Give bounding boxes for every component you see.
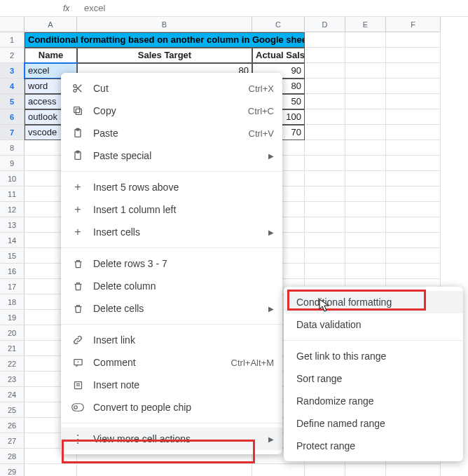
- cell[interactable]: [252, 464, 305, 476]
- cell[interactable]: [386, 186, 441, 202]
- menu-insert-rows[interactable]: + Insert 5 rows above: [61, 176, 282, 198]
- row-header-19[interactable]: 19: [0, 310, 25, 325]
- cell[interactable]: [345, 186, 386, 202]
- cell[interactable]: [386, 140, 441, 156]
- col-header-A[interactable]: A: [25, 17, 77, 32]
- row-header-1[interactable]: 1: [0, 32, 25, 48]
- row-header-27[interactable]: 27: [0, 433, 25, 449]
- menu-insert-column[interactable]: + Insert 1 column left: [61, 198, 282, 221]
- submenu-data-validation[interactable]: Data validation: [284, 313, 463, 336]
- row-header-15[interactable]: 15: [0, 248, 25, 264]
- row-header-12[interactable]: 12: [0, 202, 25, 217]
- cell[interactable]: [345, 171, 386, 186]
- header-name[interactable]: Name: [25, 48, 77, 63]
- cell[interactable]: [305, 125, 345, 140]
- submenu-protect-range[interactable]: Protect range: [284, 435, 463, 457]
- formula-value[interactable]: excel: [77, 3, 105, 13]
- row-header-22[interactable]: 22: [0, 356, 25, 372]
- menu-people-chip[interactable]: Convert to people chip: [61, 396, 282, 419]
- row-header-28[interactable]: 28: [0, 449, 25, 464]
- cell[interactable]: [305, 48, 345, 63]
- header-actual[interactable]: Actual Salse: [252, 48, 305, 63]
- row-header-24[interactable]: 24: [0, 387, 25, 402]
- cell[interactable]: [77, 464, 252, 476]
- col-header-B[interactable]: B: [77, 17, 252, 32]
- submenu-get-link[interactable]: Get link to this range: [284, 345, 463, 367]
- row-header-3[interactable]: 3: [0, 63, 25, 79]
- cell[interactable]: [345, 202, 386, 217]
- menu-view-more[interactable]: ⋮ View more cell actions ▶: [61, 428, 282, 450]
- cell[interactable]: [345, 217, 386, 233]
- menu-delete-rows[interactable]: Delete rows 3 - 7: [61, 252, 282, 275]
- cell[interactable]: [345, 464, 386, 476]
- cell[interactable]: [305, 79, 345, 94]
- row-header-25[interactable]: 25: [0, 402, 25, 418]
- cell[interactable]: [305, 171, 345, 186]
- row-header-16[interactable]: 16: [0, 264, 25, 279]
- cell[interactable]: [305, 94, 345, 109]
- row-header-18[interactable]: 18: [0, 294, 25, 310]
- cell[interactable]: [386, 156, 441, 171]
- submenu-named-range[interactable]: Define named range: [284, 412, 463, 435]
- cell[interactable]: [345, 109, 386, 125]
- menu-delete-column[interactable]: Delete column: [61, 275, 282, 297]
- submenu-conditional-formatting[interactable]: Conditional formatting: [284, 291, 463, 313]
- row-header-17[interactable]: 17: [0, 279, 25, 294]
- menu-copy[interactable]: Copy Ctrl+C: [61, 100, 282, 122]
- menu-paste[interactable]: Paste Ctrl+V: [61, 122, 282, 144]
- cell[interactable]: [386, 464, 441, 476]
- cell[interactable]: [305, 264, 345, 279]
- menu-insert-link[interactable]: Insert link: [61, 329, 282, 351]
- row-header-10[interactable]: 10: [0, 171, 25, 186]
- cell[interactable]: [386, 248, 441, 264]
- row-header-23[interactable]: 23: [0, 372, 25, 387]
- menu-delete-cells[interactable]: Delete cells ▶: [61, 297, 282, 320]
- menu-insert-cells[interactable]: + Insert cells ▶: [61, 221, 282, 243]
- row-header-26[interactable]: 26: [0, 418, 25, 433]
- cell[interactable]: [345, 32, 386, 48]
- cell[interactable]: [345, 94, 386, 109]
- cell[interactable]: [386, 171, 441, 186]
- cell[interactable]: [345, 48, 386, 63]
- cell[interactable]: [305, 156, 345, 171]
- cell[interactable]: [386, 79, 441, 94]
- row-header-8[interactable]: 8: [0, 140, 25, 156]
- cell[interactable]: [386, 109, 441, 125]
- row-header-29[interactable]: 29: [0, 464, 25, 476]
- cell[interactable]: [345, 79, 386, 94]
- cell[interactable]: [345, 140, 386, 156]
- menu-comment[interactable]: Comment Ctrl+Alt+M: [61, 351, 282, 374]
- row-header-14[interactable]: 14: [0, 233, 25, 248]
- cell[interactable]: [345, 248, 386, 264]
- cell[interactable]: [386, 63, 441, 79]
- cell[interactable]: [386, 217, 441, 233]
- cell[interactable]: [386, 202, 441, 217]
- cell[interactable]: [305, 63, 345, 79]
- header-target[interactable]: Sales Target: [77, 48, 252, 63]
- row-header-2[interactable]: 2: [0, 48, 25, 63]
- cell[interactable]: [386, 32, 441, 48]
- cell[interactable]: [305, 233, 345, 248]
- row-header-20[interactable]: 20: [0, 325, 25, 341]
- cell[interactable]: [305, 464, 345, 476]
- row-header-5[interactable]: 5: [0, 94, 25, 109]
- cell[interactable]: [305, 202, 345, 217]
- cell[interactable]: [386, 48, 441, 63]
- col-header-E[interactable]: E: [345, 17, 386, 32]
- row-header-13[interactable]: 13: [0, 217, 25, 233]
- cell[interactable]: [305, 109, 345, 125]
- cell[interactable]: [386, 125, 441, 140]
- col-header-C[interactable]: C: [252, 17, 305, 32]
- cell[interactable]: [305, 186, 345, 202]
- row-header-7[interactable]: 7: [0, 125, 25, 140]
- cell[interactable]: [386, 264, 441, 279]
- row-header-9[interactable]: 9: [0, 156, 25, 171]
- cell[interactable]: [345, 264, 386, 279]
- row-header-6[interactable]: 6: [0, 109, 25, 125]
- select-all-corner[interactable]: [0, 17, 25, 32]
- cell[interactable]: [345, 156, 386, 171]
- cell[interactable]: [345, 125, 386, 140]
- col-header-D[interactable]: D: [305, 17, 345, 32]
- title-cell[interactable]: Conditional formatting based on another …: [25, 32, 305, 48]
- cell[interactable]: [25, 464, 77, 476]
